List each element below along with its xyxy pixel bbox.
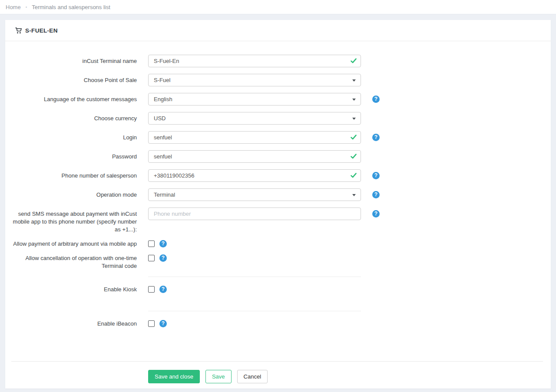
section-divider: [148, 311, 361, 311]
allow-cancellation-one-time-code-checkbox[interactable]: [148, 255, 155, 261]
sms-payment-phone-number-input[interactable]: [148, 208, 361, 220]
operation-mode-row: Operation modeTerminal?: [12, 188, 542, 201]
password-label: Password: [12, 150, 137, 163]
login-control: ?: [148, 131, 380, 144]
save-button[interactable]: Save: [205, 370, 232, 383]
language-of-customer-messages-row: Language of the customer messagesEnglish…: [12, 93, 542, 105]
valid-check-icon: [351, 172, 357, 178]
cancel-button[interactable]: Cancel: [237, 370, 268, 383]
phone-number-of-salesperson-row: Phone number of salesperson?: [12, 169, 542, 182]
allow-arbitrary-amount-mobile-app-row: Allow payment of arbitrary amount via mo…: [12, 240, 542, 248]
password-input-wrap: [148, 150, 361, 163]
operation-mode-selected-value: Terminal: [154, 191, 175, 198]
choose-currency-control: USD: [148, 112, 361, 125]
dropdown-caret-icon: [352, 99, 356, 101]
help-icon[interactable]: ?: [159, 320, 167, 327]
breadcrumb: Home • Terminals and salespersons list: [0, 0, 556, 14]
breadcrumb-separator-icon: •: [26, 5, 27, 10]
sms-payment-phone-number-row: send SMS message about payment with inCu…: [12, 208, 542, 234]
allow-arbitrary-amount-mobile-app-checkbox[interactable]: [148, 240, 155, 247]
choose-point-of-sale-label: Choose Point of Sale: [12, 74, 137, 86]
password-control: [148, 150, 361, 163]
language-of-customer-messages-select[interactable]: English: [148, 93, 361, 105]
valid-check-icon: [351, 153, 357, 159]
operation-mode-control: Terminal?: [148, 188, 380, 201]
help-icon[interactable]: ?: [159, 240, 167, 247]
login-input-wrap: [148, 131, 361, 144]
choose-currency-selected-value: USD: [154, 115, 165, 122]
phone-number-of-salesperson-input[interactable]: [148, 169, 361, 182]
allow-cancellation-one-time-code-control: ?: [148, 254, 167, 270]
incust-terminal-name-control: [148, 55, 361, 67]
sms-payment-phone-number-control: ?: [148, 208, 380, 234]
help-icon[interactable]: ?: [372, 172, 380, 179]
incust-terminal-name-input[interactable]: [148, 55, 361, 67]
operation-mode-select[interactable]: Terminal: [148, 188, 361, 201]
enable-kiosk-checkbox[interactable]: [148, 286, 155, 293]
phone-number-of-salesperson-input-wrap: [148, 169, 361, 182]
card-header: S-FUEL-EN: [5, 20, 551, 41]
password-input[interactable]: [148, 150, 361, 163]
language-of-customer-messages-control: English?: [148, 93, 380, 105]
help-icon[interactable]: ?: [372, 191, 380, 198]
language-of-customer-messages-label: Language of the customer messages: [12, 93, 137, 105]
dropdown-caret-icon: [352, 118, 356, 120]
save-and-close-button[interactable]: Save and close: [148, 370, 200, 383]
help-icon[interactable]: ?: [159, 254, 167, 262]
login-label: Login: [12, 131, 137, 144]
choose-currency-label: Choose currency: [12, 112, 137, 125]
allow-cancellation-one-time-code-label: Allow cancellation of operation with one…: [12, 254, 137, 270]
language-of-customer-messages-selected-value: English: [154, 96, 172, 102]
valid-check-icon: [351, 58, 357, 64]
phone-number-of-salesperson-control: ?: [148, 169, 380, 182]
page-title: S-FUEL-EN: [25, 27, 58, 34]
login-input[interactable]: [148, 131, 361, 144]
allow-arbitrary-amount-mobile-app-control: ?: [148, 240, 167, 248]
choose-currency-row: Choose currencyUSD: [12, 112, 542, 125]
enable-ibeacon-checkbox[interactable]: [148, 320, 155, 327]
form-actions: Save and close Save Cancel: [11, 361, 543, 389]
valid-check-icon: [351, 134, 357, 140]
terminal-form: inCust Terminal nameChoose Point of Sale…: [5, 41, 551, 361]
sms-payment-phone-number-input-wrap: [148, 208, 361, 220]
sms-payment-phone-number-label: send SMS message about payment with inCu…: [12, 208, 137, 234]
enable-kiosk-label: Enable Kiosk: [12, 286, 137, 293]
dropdown-caret-icon: [352, 79, 356, 82]
shopping-cart-icon: [15, 27, 22, 34]
enable-kiosk-row: Enable Kiosk?: [12, 286, 542, 293]
login-row: Login?: [12, 131, 542, 144]
choose-point-of-sale-row: Choose Point of SaleS-Fuel: [12, 74, 542, 86]
enable-ibeacon-row: Enable iBeacon?: [12, 320, 542, 328]
password-row: Password: [12, 150, 542, 163]
choose-point-of-sale-control: S-Fuel: [148, 74, 361, 86]
choose-point-of-sale-selected-value: S-Fuel: [154, 77, 170, 83]
help-icon[interactable]: ?: [372, 96, 380, 103]
allow-cancellation-one-time-code-row: Allow cancellation of operation with one…: [12, 254, 542, 270]
help-icon[interactable]: ?: [372, 134, 380, 141]
incust-terminal-name-label: inCust Terminal name: [12, 55, 137, 67]
enable-kiosk-control: ?: [148, 286, 167, 293]
choose-point-of-sale-select[interactable]: S-Fuel: [148, 74, 361, 86]
help-icon[interactable]: ?: [159, 286, 167, 293]
incust-terminal-name-input-wrap: [148, 55, 361, 67]
section-divider: [148, 277, 361, 277]
enable-ibeacon-label: Enable iBeacon: [12, 320, 137, 328]
breadcrumb-current: Terminals and salespersons list: [32, 4, 110, 10]
dropdown-caret-icon: [352, 194, 356, 196]
help-icon[interactable]: ?: [372, 210, 380, 217]
terminal-settings-card: S-FUEL-EN inCust Terminal nameChoose Poi…: [5, 20, 551, 389]
enable-ibeacon-control: ?: [148, 320, 167, 328]
allow-arbitrary-amount-mobile-app-label: Allow payment of arbitrary amount via mo…: [12, 240, 137, 248]
operation-mode-label: Operation mode: [12, 188, 137, 201]
incust-terminal-name-row: inCust Terminal name: [12, 55, 542, 67]
breadcrumb-home[interactable]: Home: [6, 4, 21, 10]
choose-currency-select[interactable]: USD: [148, 112, 361, 125]
page: S-FUEL-EN inCust Terminal nameChoose Poi…: [0, 14, 556, 392]
phone-number-of-salesperson-label: Phone number of salesperson: [12, 169, 137, 182]
